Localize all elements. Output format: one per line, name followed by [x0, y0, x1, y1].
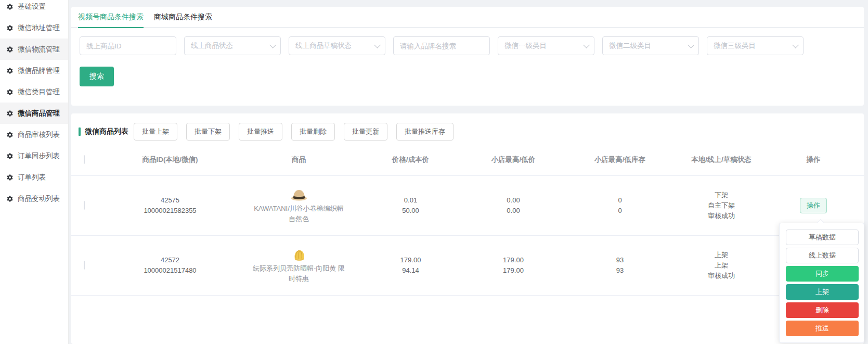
sidebar-item-label: 微信地址管理: [18, 23, 60, 33]
batch-push-button[interactable]: 批量推送: [239, 123, 282, 141]
col-action: 操作: [763, 155, 864, 165]
sidebar-menu: 基础设置 微信地址管理 微信物流管理 微信品牌管理 微信类目管理 微信商品管理 …: [0, 0, 68, 209]
select-placeholder: 线上商品草稿状态: [295, 41, 352, 50]
select-placeholder: 微信三级类目: [714, 41, 756, 50]
search-button[interactable]: 搜索: [80, 67, 114, 86]
batch-buttons: 批量上架 批量下架 批量推送 批量删除 批量更新 批量推送库存: [134, 123, 454, 141]
product-image: [289, 187, 309, 202]
gear-icon: [6, 195, 14, 202]
draft-data-button[interactable]: 草稿数据: [786, 230, 859, 245]
list-title: 微信商品列表: [85, 127, 128, 136]
batch-offshelf-button[interactable]: 批量下架: [186, 123, 230, 141]
gear-icon: [6, 174, 14, 181]
onshelf-button[interactable]: 上架: [786, 284, 859, 300]
gear-icon: [6, 131, 14, 138]
wechat-category-l2-select[interactable]: 微信二级类目: [602, 36, 699, 55]
brand-name-field[interactable]: [393, 36, 490, 55]
chevron-down-icon: [792, 42, 799, 48]
table-row: 42575 10000021582355 KAWATANI/川谷小卷檐编织帽 自…: [71, 176, 864, 236]
status-cell: 上架 上架 审核成功: [680, 250, 763, 281]
local-id: 42572: [97, 255, 243, 265]
shop-price-cell: 179.00 179.00: [467, 255, 560, 276]
online-product-id-field[interactable]: [80, 36, 176, 55]
gear-icon: [6, 152, 14, 160]
brand-name-input[interactable]: [400, 42, 483, 50]
row-checkbox[interactable]: [84, 201, 85, 210]
batch-update-button[interactable]: 批量更新: [344, 123, 387, 141]
sidebar-item-wechat-brand[interactable]: 微信品牌管理: [0, 60, 68, 81]
product-cell: KAWATANI/川谷小卷檐编织帽 自然色: [243, 187, 355, 224]
col-product-id: 商品ID(本地/微信): [97, 155, 243, 165]
select-placeholder: 微信一级类目: [504, 41, 547, 50]
action-dropdown-menu: 草稿数据 线上数据 同步 上架 删除 推送: [779, 223, 864, 343]
product-name: 纭际系列贝壳防晒帽-向阳黄 限 时特惠: [253, 263, 345, 284]
price-cost-cell: 179.00 94.14: [355, 255, 467, 276]
online-product-id-input[interactable]: [86, 42, 170, 50]
section-accent-bar: [79, 128, 81, 136]
sidebar-item-label: 订单同步列表: [18, 151, 60, 161]
sidebar-item-label: 商品变动列表: [18, 194, 60, 203]
tab-video-product-search[interactable]: 视频号商品条件搜索: [78, 7, 144, 28]
chevron-down-icon: [374, 42, 381, 48]
shop-price-cell: 0.00 0.00: [467, 195, 560, 216]
chevron-down-icon: [583, 42, 590, 48]
product-id-cell: 42572 10000021517480: [97, 255, 243, 276]
sidebar-item-basic-settings[interactable]: 基础设置: [0, 0, 68, 17]
wechat-id: 10000021582355: [97, 206, 243, 216]
sidebar-item-order-list[interactable]: 订单列表: [0, 167, 68, 188]
sidebar-item-wechat-category[interactable]: 微信类目管理: [0, 81, 68, 103]
search-panel: 视频号商品条件搜索 商城商品条件搜索 线上商品状态 线上商品草稿状态 微信一级类…: [71, 7, 864, 106]
price-cost-cell: 0.01 50.00: [355, 195, 467, 216]
batch-push-stock-button[interactable]: 批量推送库存: [396, 123, 454, 141]
tab-label: 视频号商品条件搜索: [78, 12, 144, 22]
shop-stock-cell: 0 0: [560, 195, 680, 216]
select-all-checkbox[interactable]: [84, 155, 85, 164]
product-table: 商品ID(本地/微信) 商品 价格/成本价 小店最高/低价 小店最高/低库存 本…: [71, 144, 864, 296]
chevron-down-icon: [269, 42, 276, 48]
select-placeholder: 微信二级类目: [609, 41, 651, 50]
tab-label: 商城商品条件搜索: [154, 12, 212, 22]
sidebar-item-label: 商品审核列表: [18, 130, 60, 139]
sidebar-item-wechat-product[interactable]: 微信商品管理: [0, 103, 68, 124]
sidebar-item-product-audit[interactable]: 商品审核列表: [0, 124, 68, 145]
product-image: [289, 247, 309, 262]
sidebar-item-label: 微信类目管理: [18, 87, 60, 97]
sync-button[interactable]: 同步: [786, 266, 859, 282]
product-list-panel: 微信商品列表 批量上架 批量下架 批量推送 批量删除 批量更新 批量推送库存 商…: [71, 113, 864, 344]
sidebar-item-order-sync[interactable]: 订单同步列表: [0, 145, 68, 167]
list-header: 微信商品列表 批量上架 批量下架 批量推送 批量删除 批量更新 批量推送库存: [79, 123, 864, 141]
shop-stock-cell: 93 93: [560, 255, 680, 276]
sidebar-item-label: 微信品牌管理: [18, 66, 60, 75]
sidebar-item-label: 基础设置: [18, 2, 46, 11]
tab-mall-product-search[interactable]: 商城商品条件搜索: [154, 7, 212, 28]
gear-icon: [6, 24, 14, 32]
gear-icon: [6, 110, 14, 117]
sidebar-item-wechat-logistics[interactable]: 微信物流管理: [0, 39, 68, 60]
wechat-category-l3-select[interactable]: 微信三级类目: [707, 36, 804, 55]
product-id-cell: 42575 10000021582355: [97, 195, 243, 216]
wechat-id: 10000021517480: [97, 265, 243, 276]
col-shop-price: 小店最高/低价: [467, 155, 560, 165]
push-button[interactable]: 推送: [786, 321, 859, 336]
sidebar: 基础设置 微信地址管理 微信物流管理 微信品牌管理 微信类目管理 微信商品管理 …: [0, 0, 69, 344]
gear-icon: [6, 46, 14, 53]
wechat-category-l1-select[interactable]: 微信一级类目: [498, 36, 594, 55]
sidebar-item-product-change[interactable]: 商品变动列表: [0, 188, 68, 209]
col-status: 本地/线上/草稿状态: [680, 155, 763, 165]
batch-delete-button[interactable]: 批量删除: [291, 123, 335, 141]
row-checkbox[interactable]: [84, 261, 85, 270]
sidebar-item-label: 微信商品管理: [18, 109, 60, 118]
online-data-button[interactable]: 线上数据: [786, 248, 859, 263]
col-shop-stock: 小店最高/低库存: [560, 155, 680, 165]
row-action-button[interactable]: 操作: [800, 198, 827, 213]
search-tabs: 视频号商品条件搜索 商城商品条件搜索: [71, 7, 864, 28]
delete-button[interactable]: 删除: [786, 302, 859, 318]
online-product-status-select[interactable]: 线上商品状态: [184, 36, 281, 55]
local-id: 42575: [97, 195, 243, 206]
online-draft-status-select[interactable]: 线上商品草稿状态: [289, 36, 385, 55]
sidebar-item-label: 微信物流管理: [18, 45, 60, 54]
product-name: KAWATANI/川谷小卷檐编织帽 自然色: [254, 203, 344, 224]
batch-onshelf-button[interactable]: 批量上架: [134, 123, 177, 141]
product-cell: 纭际系列贝壳防晒帽-向阳黄 限 时特惠: [243, 247, 355, 284]
sidebar-item-wechat-address[interactable]: 微信地址管理: [0, 17, 68, 39]
